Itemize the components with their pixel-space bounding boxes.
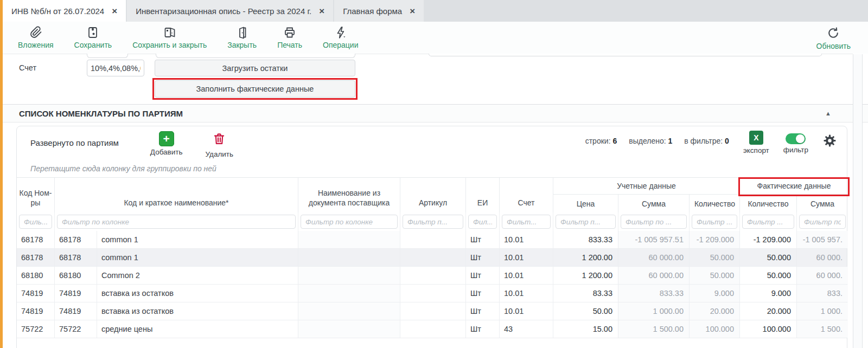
cell-sum: 60 000.00 (618, 249, 690, 266)
table-row[interactable]: 74819 74819 вставка из остатков Шт 10.01… (17, 285, 847, 302)
excel-export-button[interactable]: X экспорт (743, 131, 769, 154)
refresh-label: Обновить (816, 42, 851, 50)
cell-name: средние цены (97, 320, 298, 338)
clipped-wide-field-fragment (429, 54, 822, 56)
cell-sum: 1 000.00 (618, 302, 690, 320)
cell-name: common 1 (97, 231, 298, 248)
cell-qty-fact: 50.000 (740, 249, 797, 266)
table-body: 68178 68178 common 1 Шт 10.01 833.33 -1 … (17, 231, 847, 338)
filter-toggle[interactable]: фильтр (783, 131, 808, 154)
add-row-button[interactable]: + Добавить (150, 131, 183, 156)
cell-qty: 100.000 (690, 320, 740, 338)
cell-code: 74819 (55, 285, 97, 302)
close-icon[interactable]: × (319, 7, 324, 16)
cell-price: 833.33 (553, 231, 618, 248)
operations-button[interactable]: Операции (323, 26, 359, 49)
column-header-name[interactable]: Код и краткое наименование* (55, 178, 298, 212)
table-row[interactable]: 74819 74819 вставка из остатков Шт 10.01… (17, 302, 847, 320)
filter-name-input[interactable] (57, 215, 296, 229)
tab-title: ИНВ №б/н от 26.07.2024 (11, 7, 104, 16)
cell-price: 1 200.00 (553, 267, 618, 284)
toggle-on-icon (786, 133, 806, 144)
column-header-kod[interactable]: Код Ном-ры (17, 178, 55, 212)
column-header-account[interactable]: Счет (500, 178, 553, 212)
group-by-hint: Перетащите сюда колонку для группировки … (17, 159, 847, 177)
filter-supplier-input[interactable] (301, 215, 398, 229)
filter-article-input[interactable] (403, 215, 463, 229)
save-icon (86, 26, 99, 39)
filter-qty-fact-input[interactable] (742, 215, 794, 229)
attachments-button[interactable]: Вложения (18, 26, 54, 49)
column-header-supplier[interactable]: Наименование из документа поставщика (298, 178, 400, 212)
cell-account: 10.01 (500, 249, 553, 266)
cell-unit: Шт (466, 267, 500, 284)
cell-kod: 74819 (17, 302, 55, 320)
print-button[interactable]: Печать (277, 26, 302, 49)
filter-sum-input[interactable] (621, 215, 687, 229)
column-header-article[interactable]: Артикул (400, 178, 466, 212)
refresh-button[interactable]: Обновить (816, 26, 851, 50)
cell-qty: -1 209.000 (690, 231, 740, 248)
plus-icon: + (159, 131, 174, 146)
tab-main-form[interactable]: Главная форма × (334, 0, 424, 22)
cell-qty: 50.000 (690, 267, 740, 284)
cell-sum-fact: 60 000. (797, 267, 848, 284)
cell-code: 75722 (55, 320, 97, 338)
trash-icon (212, 131, 226, 149)
fill-actual-button[interactable]: Заполнить фактические данные (155, 80, 355, 98)
column-header-qty-fact[interactable]: Количество (740, 195, 797, 212)
refresh-icon (826, 26, 840, 40)
cell-unit: Шт (466, 302, 500, 320)
filter-price-input[interactable] (556, 215, 616, 229)
load-leftovers-button[interactable]: Загрузить остатки (155, 60, 355, 76)
group-fact: Фактические данные Количество Сумма (740, 178, 848, 212)
tab-bar: ИНВ №б/н от 26.07.2024 × Инвентаризацион… (3, 0, 868, 22)
filter-sum-fact-input[interactable] (799, 215, 846, 229)
cell-qty-fact: 9.000 (740, 285, 797, 302)
save-button[interactable]: Сохранить (74, 26, 112, 49)
close-label: Закрыть (227, 41, 257, 49)
table-row[interactable]: 75722 75722 средние цены Шт 43 15.00 1 5… (17, 320, 847, 338)
account-input[interactable] (87, 60, 144, 76)
fill-actual-highlight: Заполнить фактические данные (152, 78, 358, 100)
cell-article (400, 231, 466, 248)
close-icon[interactable]: × (410, 7, 415, 16)
filter-kod-input[interactable] (19, 215, 52, 229)
grid-settings-button[interactable] (822, 133, 837, 150)
cell-kod: 68180 (17, 267, 55, 284)
group-header-fact: Фактические данные (740, 178, 848, 195)
cell-price: 15.00 (553, 320, 618, 338)
section-header: СПИСОК НОМЕНКЛАТУРЫ ПО ПАРТИЯМ ▲ (3, 104, 868, 123)
cell-name: common 1 (97, 249, 298, 266)
table-row[interactable]: 68178 68178 common 1 Шт 10.01 833.33 -1 … (17, 231, 847, 249)
table-row[interactable]: 68180 68180 Common 2 Шт 10.01 1 200.00 6… (17, 267, 847, 285)
cell-unit: Шт (466, 320, 500, 338)
filter-unit-input[interactable] (468, 215, 497, 229)
close-icon[interactable]: × (112, 7, 117, 16)
filter-row (17, 212, 847, 231)
cell-kod: 68178 (17, 231, 55, 248)
tab-inventory-doc[interactable]: ИНВ №б/н от 26.07.2024 × (3, 0, 126, 22)
filter-qty-input[interactable] (692, 215, 737, 229)
save-label: Сохранить (74, 41, 112, 49)
collapse-section-icon[interactable]: ▲ (825, 110, 831, 117)
save-and-close-button[interactable]: Сохранить и закрыть (132, 26, 207, 49)
column-header-sum-fact[interactable]: Сумма (797, 195, 848, 212)
tab-title: Главная форма (343, 7, 402, 16)
cell-sum: 60 000.00 (618, 267, 690, 284)
cell-price: 50.00 (553, 302, 618, 320)
tab-inventory-register[interactable]: Инвентаризационная опись - Реестр за 202… (127, 0, 333, 22)
delete-row-button[interactable]: Удалить (206, 131, 234, 158)
cell-article (400, 302, 466, 320)
column-header-price[interactable]: Цена (553, 195, 618, 212)
filter-account-input[interactable] (502, 215, 551, 229)
vertical-scrollbar[interactable] (853, 54, 863, 348)
attachments-label: Вложения (18, 41, 54, 49)
column-header-unit[interactable]: ЕИ (466, 178, 500, 212)
close-form-button[interactable]: Закрыть (227, 26, 257, 49)
clipped-field-fragment (87, 54, 128, 58)
column-header-sum[interactable]: Сумма (618, 195, 690, 212)
cell-code: 74819 (55, 302, 97, 320)
table-row[interactable]: 68178 68178 common 1 Шт 10.01 1 200.00 6… (17, 249, 847, 267)
column-header-qty[interactable]: Количество (690, 195, 740, 212)
